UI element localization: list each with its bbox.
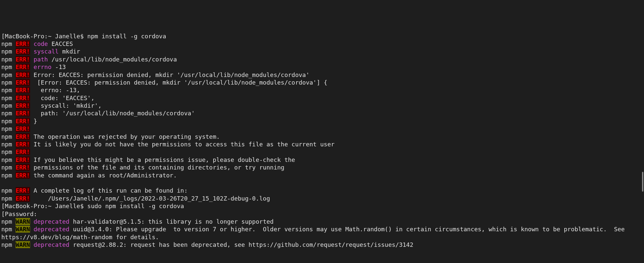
err-message: A complete log of this run can be found … bbox=[30, 187, 188, 194]
npm-prefix: npm bbox=[1, 87, 16, 94]
err-key: path bbox=[30, 56, 48, 63]
err-tag: ERR! bbox=[16, 56, 30, 63]
warn-key: deprecated bbox=[30, 226, 69, 233]
terminal-line: npm ERR! /Users/Janelle/.npm/_logs/2022-… bbox=[1, 195, 643, 202]
err-tag: ERR! bbox=[16, 125, 30, 132]
err-tag: ERR! bbox=[16, 164, 30, 171]
terminal-output[interactable]: [MacBook-Pro:~ Janelle$ npm install -g c… bbox=[1, 32, 643, 249]
terminal-line: npm ERR! The operation was rejected by y… bbox=[1, 133, 643, 140]
terminal-line: npm WARN deprecated har-validator@5.1.5:… bbox=[1, 218, 643, 225]
npm-prefix: npm bbox=[1, 71, 16, 78]
err-message: code: 'EACCES', bbox=[30, 94, 95, 101]
terminal-line: npm ERR! syscall mkdir bbox=[1, 48, 643, 55]
npm-prefix: npm bbox=[1, 141, 16, 148]
err-message: Error: EACCES: permission denied, mkdir … bbox=[30, 71, 309, 78]
err-key: errno bbox=[30, 63, 52, 70]
terminal-line: npm ERR! path /usr/local/lib/node_module… bbox=[1, 56, 643, 63]
err-message: permissions of the file and its containi… bbox=[30, 164, 284, 171]
err-tag: ERR! bbox=[16, 94, 30, 101]
npm-prefix: npm bbox=[1, 195, 16, 202]
terminal-line: npm ERR! path: '/usr/local/lib/node_modu… bbox=[1, 109, 643, 117]
terminal-line: [MacBook-Pro:~ Janelle$ npm install -g c… bbox=[1, 32, 643, 40]
err-tag: ERR! bbox=[16, 172, 30, 179]
npm-prefix: npm bbox=[1, 226, 16, 233]
err-message: If you believe this might be a permissio… bbox=[30, 156, 295, 163]
err-message: errno: -13, bbox=[30, 87, 80, 94]
err-tag: ERR! bbox=[16, 48, 30, 55]
npm-prefix: npm bbox=[1, 187, 16, 194]
err-tag: ERR! bbox=[16, 40, 30, 47]
npm-prefix: npm bbox=[1, 56, 16, 63]
npm-prefix: npm bbox=[1, 63, 16, 70]
err-message: the command again as root/Administrator. bbox=[30, 172, 177, 179]
err-tag: ERR! bbox=[16, 110, 30, 117]
npm-prefix: npm bbox=[1, 172, 16, 179]
err-message: } bbox=[30, 118, 37, 125]
warn-message: request@2.88.2: request has been depreca… bbox=[69, 241, 413, 248]
npm-prefix: npm bbox=[1, 241, 16, 248]
npm-prefix: npm bbox=[1, 133, 16, 140]
terminal-line: npm ERR! bbox=[1, 125, 643, 132]
terminal-line: npm ERR! If you believe this might be a … bbox=[1, 156, 643, 164]
err-message: mkdir bbox=[59, 48, 80, 55]
npm-prefix: npm bbox=[1, 40, 16, 47]
prompt-text: [MacBook-Pro:~ Janelle$ sudo npm install… bbox=[1, 203, 184, 209]
terminal-line: npm WARN deprecated request@2.88.2: requ… bbox=[1, 241, 643, 248]
err-tag: ERR! bbox=[16, 156, 30, 163]
terminal-line: npm ERR! permissions of the file and its… bbox=[1, 164, 643, 171]
terminal-line: npm WARN deprecated uuid@3.4.0: Please u… bbox=[1, 225, 643, 241]
terminal-line: npm ERR! errno: -13, bbox=[1, 86, 643, 94]
warn-tag: WARN bbox=[16, 241, 30, 248]
terminal-line: npm ERR! bbox=[1, 148, 643, 156]
err-message: -13 bbox=[52, 63, 66, 70]
terminal-line: npm ERR! A complete log of this run can … bbox=[1, 187, 643, 194]
npm-prefix: npm bbox=[1, 125, 16, 132]
err-message: path: '/usr/local/lib/node_modules/cordo… bbox=[30, 110, 195, 117]
npm-prefix: npm bbox=[1, 218, 16, 225]
terminal-line: npm ERR! } bbox=[1, 117, 643, 125]
prompt-text: [Password: bbox=[1, 210, 37, 217]
terminal-line: [MacBook-Pro:~ Janelle$ sudo npm install… bbox=[1, 202, 643, 210]
err-tag: ERR! bbox=[16, 79, 30, 86]
err-tag: ERR! bbox=[16, 133, 30, 140]
terminal-line: npm ERR! the command again as root/Admin… bbox=[1, 171, 643, 179]
terminal-line: [Password: bbox=[1, 210, 643, 218]
terminal-line: npm ERR! Error: EACCES: permission denie… bbox=[1, 71, 643, 79]
terminal-line: npm ERR! It is likely you do not have th… bbox=[1, 140, 643, 148]
err-message: /Users/Janelle/.npm/_logs/2022-03-26T20_… bbox=[30, 195, 270, 202]
prompt-text: [MacBook-Pro:~ Janelle$ npm install -g c… bbox=[1, 33, 166, 40]
npm-prefix: npm bbox=[1, 102, 16, 109]
warn-message: har-validator@5.1.5: this library is no … bbox=[69, 218, 274, 225]
err-tag: ERR! bbox=[16, 118, 30, 125]
terminal-line bbox=[1, 179, 643, 187]
warn-key: deprecated bbox=[30, 241, 69, 248]
terminal-line: npm ERR! code EACCES bbox=[1, 40, 643, 48]
npm-prefix: npm bbox=[1, 110, 16, 117]
err-tag: ERR! bbox=[16, 195, 30, 202]
npm-prefix: npm bbox=[1, 164, 16, 171]
err-key: code bbox=[30, 40, 48, 47]
npm-prefix: npm bbox=[1, 156, 16, 163]
scrollbar-thumb[interactable] bbox=[642, 172, 643, 192]
err-tag: ERR! bbox=[16, 63, 30, 70]
npm-prefix: npm bbox=[1, 94, 16, 101]
err-tag: ERR! bbox=[16, 187, 30, 194]
err-tag: ERR! bbox=[16, 102, 30, 109]
warn-tag: WARN bbox=[16, 218, 30, 225]
npm-prefix: npm bbox=[1, 48, 16, 55]
warn-message: uuid@3.4.0: Please upgrade to version 7 … bbox=[1, 226, 628, 240]
npm-prefix: npm bbox=[1, 148, 16, 155]
err-tag: ERR! bbox=[16, 71, 30, 78]
warn-tag: WARN bbox=[16, 226, 30, 233]
err-tag: ERR! bbox=[16, 141, 30, 148]
err-tag: ERR! bbox=[16, 148, 30, 155]
err-message: [Error: EACCES: permission denied, mkdir… bbox=[30, 79, 327, 86]
terminal-line: npm ERR! code: 'EACCES', bbox=[1, 94, 643, 102]
terminal-line: npm ERR! errno -13 bbox=[1, 63, 643, 71]
scrollbar-track bbox=[642, 0, 643, 263]
err-message: EACCES bbox=[48, 40, 73, 47]
err-tag: ERR! bbox=[16, 87, 30, 94]
warn-key: deprecated bbox=[30, 218, 69, 225]
npm-prefix: npm bbox=[1, 118, 16, 125]
err-message: It is likely you do not have the permiss… bbox=[30, 141, 335, 148]
